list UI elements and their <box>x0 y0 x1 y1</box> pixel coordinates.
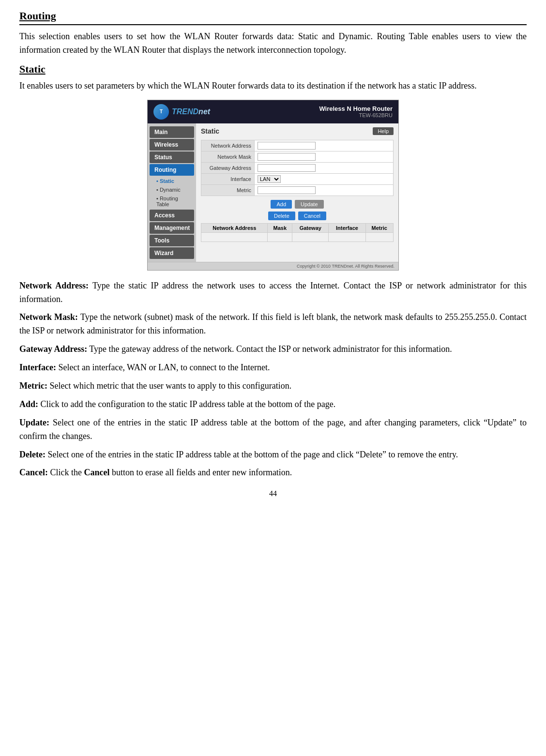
interface-select[interactable]: LAN WAN <box>258 175 281 183</box>
network-mask-input-cell <box>255 151 394 162</box>
nav-item-access[interactable]: Access <box>150 210 194 221</box>
page-number: 44 <box>19 489 527 498</box>
desc-metric-text: Select which metric that the user wants … <box>49 381 291 391</box>
nav-item-tools[interactable]: Tools <box>150 235 194 246</box>
nav-sub-static[interactable]: Static <box>148 177 196 185</box>
static-form-table: Network Address Network Mask Gateway Add… <box>201 140 394 196</box>
desc-add-text: Click to add the configuration to the st… <box>41 399 336 409</box>
desc-cancel-prefix: Click the <box>50 468 84 477</box>
router-nav: Main Wireless Status Routing Static Dyna… <box>148 123 196 262</box>
router-content: Static Help Network Address Network Mask <box>196 123 398 262</box>
nav-item-management[interactable]: Management <box>150 222 194 234</box>
desc-gateway-address: Gateway Address: Type the gateway addres… <box>19 343 527 356</box>
col-metric: Metric <box>365 223 393 232</box>
desc-network-address-text: Type the static IP address the network u… <box>19 281 527 304</box>
action-buttons: Add Update <box>201 200 394 209</box>
form-row-network-address: Network Address <box>201 140 394 151</box>
product-name: Wireless N Home Router <box>319 105 393 112</box>
cancel-button[interactable]: Cancel <box>298 212 326 220</box>
product-info: Wireless N Home Router TEW-652BRU <box>319 105 393 118</box>
desc-interface: Interface: Select an interface, WAN or L… <box>19 361 527 375</box>
metric-input[interactable] <box>258 186 316 194</box>
desc-add: Add: Click to add the configuration to t… <box>19 398 527 411</box>
content-header: Static Help <box>201 127 394 135</box>
term-add: Add: <box>19 399 38 409</box>
static-intro: It enables users to set parameters by wh… <box>19 79 527 93</box>
nav-sub-dynamic[interactable]: Dynamic <box>148 185 196 194</box>
network-address-label: Network Address <box>201 140 255 151</box>
router-footer: Copyright © 2010 TRENDnet. All Rights Re… <box>148 262 398 270</box>
delete-button[interactable]: Delete <box>268 212 295 220</box>
desc-cancel: Cancel: Click the Cancel button to erase… <box>19 466 527 480</box>
nav-item-wizard[interactable]: Wizard <box>150 247 194 259</box>
add-button[interactable]: Add <box>271 200 292 209</box>
term-network-address: Network Address: <box>19 281 89 290</box>
desc-network-address: Network Address: Type the static IP addr… <box>19 279 527 306</box>
help-button[interactable]: Help <box>373 127 394 135</box>
desc-update: Update: Select one of the entries in the… <box>19 416 527 443</box>
desc-delete: Delete: Select one of the entries in the… <box>19 448 527 462</box>
term-network-mask: Network Mask: <box>19 312 78 322</box>
router-ui-screenshot: T TRENDnet Wireless N Home Router TEW-65… <box>19 100 527 271</box>
gateway-address-input-cell <box>255 162 394 173</box>
nav-item-wireless[interactable]: Wireless <box>150 139 194 151</box>
term-interface: Interface: <box>19 363 56 372</box>
desc-network-mask: Network Mask: Type the network (subnet) … <box>19 311 527 338</box>
desc-gateway-address-text: Type the gateway address of the network.… <box>89 344 452 354</box>
metric-input-cell <box>255 184 394 196</box>
network-address-input[interactable] <box>258 142 316 150</box>
desc-network-mask-text: Type the network (subnet) mask of the ne… <box>19 312 527 335</box>
result-table-empty-row <box>201 232 394 242</box>
routing-result-table: Network Address Mask Gateway Interface M… <box>201 223 394 242</box>
term-metric: Metric: <box>19 381 47 391</box>
update-button[interactable]: Update <box>295 200 323 209</box>
page-title: Routing <box>19 10 527 25</box>
intro-paragraph: This selection enables users to set how … <box>19 30 527 57</box>
interface-label: Interface <box>201 173 255 184</box>
network-mask-input[interactable] <box>258 153 316 161</box>
result-table-header-row: Network Address Mask Gateway Interface M… <box>201 223 394 232</box>
desc-cancel-bold: Cancel <box>84 468 109 477</box>
desc-update-text: Select one of the entries in the static … <box>19 418 527 441</box>
col-mask: Mask <box>268 223 292 232</box>
brand-name: TRENDnet <box>172 107 210 116</box>
term-update: Update: <box>19 418 49 427</box>
col-gateway: Gateway <box>292 223 329 232</box>
product-model: TEW-652BRU <box>319 112 393 118</box>
router-logo: T TRENDnet <box>153 104 210 120</box>
metric-label: Metric <box>201 184 255 196</box>
nav-item-status[interactable]: Status <box>150 151 194 163</box>
router-ui: T TRENDnet Wireless N Home Router TEW-65… <box>147 100 399 271</box>
router-body: Main Wireless Status Routing Static Dyna… <box>148 123 398 262</box>
trendnet-logo-icon: T <box>153 104 169 120</box>
network-address-input-cell <box>255 140 394 151</box>
form-row-network-mask: Network Mask <box>201 151 394 162</box>
col-network-address: Network Address <box>201 223 268 232</box>
form-row-interface: Interface LAN WAN <box>201 173 394 184</box>
gateway-address-label: Gateway Address <box>201 162 255 173</box>
desc-metric: Metric: Select which metric that the use… <box>19 379 527 393</box>
gateway-address-input[interactable] <box>258 164 316 172</box>
action-buttons-2: Delete Cancel <box>201 212 394 220</box>
static-section-title: Static <box>19 63 527 76</box>
term-cancel: Cancel: <box>19 468 48 477</box>
col-interface: Interface <box>329 223 365 232</box>
nav-item-main[interactable]: Main <box>150 126 194 138</box>
term-delete: Delete: <box>19 450 46 459</box>
desc-interface-text: Select an interface, WAN or LAN, to conn… <box>58 363 270 372</box>
interface-input-cell: LAN WAN <box>255 173 394 184</box>
nav-sub-routing-table[interactable]: Routing Table <box>148 194 196 209</box>
network-mask-label: Network Mask <box>201 151 255 162</box>
term-gateway-address: Gateway Address: <box>19 344 87 354</box>
desc-cancel-suffix: button to erase all fields and enter new… <box>109 468 292 477</box>
form-row-metric: Metric <box>201 184 394 196</box>
nav-item-routing[interactable]: Routing <box>150 164 194 176</box>
form-row-gateway-address: Gateway Address <box>201 162 394 173</box>
content-title: Static <box>201 127 219 135</box>
router-header: T TRENDnet Wireless N Home Router TEW-65… <box>148 100 398 123</box>
desc-delete-text: Select one of the entries in the static … <box>47 450 458 459</box>
